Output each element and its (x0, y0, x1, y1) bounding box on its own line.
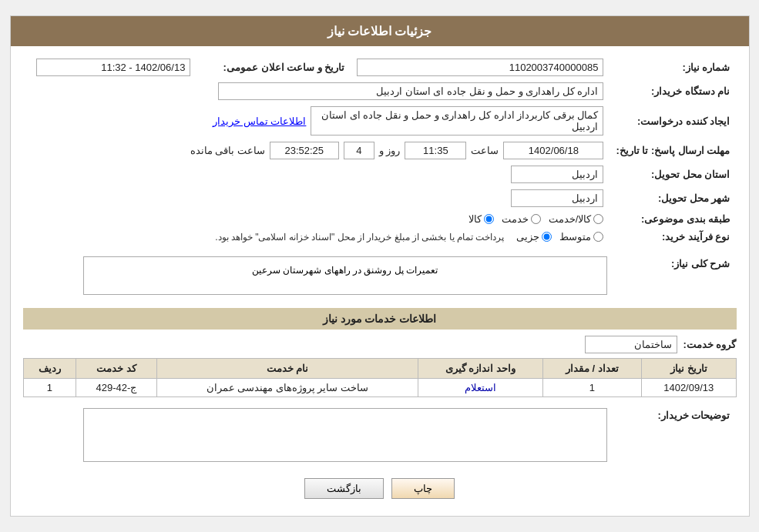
col-tarikh-niaz: تاریخ نیاز (641, 359, 736, 379)
nam-dastgah-value: اداره کل راهداری و حمل و نقل جاده ای است… (218, 82, 603, 100)
roz-value: 4 (344, 142, 374, 159)
radio-jozi-label: جزیی (516, 231, 539, 243)
tabaqe-label: طبقه بندی موضوعی: (610, 210, 736, 228)
table-row: 1402/09/13 1 استعلام ساخت سایر پروژه‌های… (23, 379, 736, 397)
radio-khedmat-label: خدمت (502, 213, 529, 225)
col-kod-khedmat: کد خدمت (76, 359, 156, 379)
page-title: جزئیات اطلاعات نیاز (11, 16, 749, 46)
cell-name-khedmat: ساخت سایر پروژه‌های مهندسی عمران (156, 379, 418, 397)
shomara-niaz-value: 1102003740000085 (357, 59, 603, 76)
radio-kala-input[interactable] (484, 214, 494, 224)
saat-label: ساعت (471, 145, 499, 156)
radio-jozi[interactable]: جزیی (516, 231, 552, 243)
cell-tarikh-niaz: 1402/09/13 (641, 379, 736, 397)
saat-baqi-label: ساعت باقی مانده (190, 145, 265, 156)
ijad-konande-label: ایجاد کننده درخواست: (610, 103, 736, 139)
saat-mohlat-value: 11:35 (405, 142, 466, 159)
cell-kod-khedmat: ج-42-429 (76, 379, 156, 397)
toseeh-kharidar-textarea[interactable] (83, 408, 607, 462)
col-tedad: تعداد / مقدار (542, 359, 641, 379)
ijad-konande-value: کمال برقی کاربرداز اداره کل راهداری و حم… (311, 106, 603, 136)
toseeh-kharidar-label: توضیحات خریدار: (613, 405, 737, 467)
radio-motavasset-label: متوسط (559, 231, 591, 243)
shahr-tahvil-label: شهر محل تحویل: (610, 186, 736, 210)
back-button[interactable]: بازگشت (304, 478, 384, 499)
mohlat-ersal-label: مهلت ارسال پاسخ: تا تاریخ: (610, 139, 736, 162)
cell-vahed: استعلام (418, 379, 543, 397)
print-button[interactable]: چاپ (391, 478, 455, 499)
shahr-tahvil-value: اردبیل (511, 189, 603, 207)
radio-kala-khedmat-label: کالا/خدمت (549, 213, 592, 225)
tarikh-mohlat-value: 1402/06/18 (503, 142, 603, 159)
grooh-khedmat-value: ساختمان (585, 336, 677, 353)
nooe-farayand-label: نوع فرآیند خرید: (610, 228, 736, 246)
radio-motavasset-input[interactable] (593, 232, 603, 242)
note-farayand: پرداخت تمام یا بخشی از مبلغ خریدار از مح… (215, 232, 504, 243)
tarikh-saat-label: تاریخ و ساعت اعلان عمومی: (196, 55, 351, 79)
radio-kala-label: کالا (468, 213, 482, 225)
sharh-kolli-textarea[interactable] (83, 256, 607, 295)
col-radif: ردیف (23, 359, 76, 379)
radio-kala-khedmat-input[interactable] (593, 214, 603, 224)
col-vahed: واحد اندازه گیری (418, 359, 543, 379)
sharh-kolli-label: شرح کلی نیاز: (613, 253, 737, 300)
cell-radif: 1 (23, 379, 76, 397)
grooh-khedmat-label: گروه خدمت: (683, 339, 737, 350)
cell-tedad: 1 (542, 379, 641, 397)
radio-kala-khedmat[interactable]: کالا/خدمت (549, 213, 604, 225)
saat-baqi-value: 23:52:25 (270, 142, 339, 159)
radio-jozi-input[interactable] (542, 232, 552, 242)
ettelaat-khedamat-header: اطلاعات خدمات مورد نیاز (23, 308, 737, 330)
col-name-khedmat: نام خدمت (156, 359, 418, 379)
radio-khedmat[interactable]: خدمت (502, 213, 541, 225)
nam-dastgah-label: نام دستگاه خریدار: (610, 79, 736, 103)
ostan-tahvil-label: استان محل تحویل: (610, 162, 736, 186)
radio-kala[interactable]: کالا (468, 213, 494, 225)
roz-label: روز و (379, 145, 401, 156)
ostan-tahvil-value: اردبیل (511, 166, 603, 183)
tarikh-saat-value: 1402/06/13 - 11:32 (36, 59, 190, 76)
radio-motavasset[interactable]: متوسط (559, 231, 603, 243)
shomara-niaz-label: شماره نیاز: (610, 55, 736, 79)
radio-khedmat-input[interactable] (531, 214, 541, 224)
ettelaat-tamas-link[interactable]: اطلاعات تماس خریدار (213, 115, 306, 127)
